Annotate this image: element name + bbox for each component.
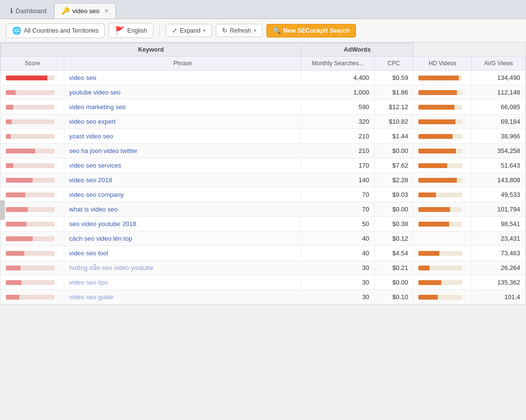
phrase-link[interactable]: video seo expert — [69, 118, 115, 125]
expand-button[interactable]: ⤢ Expand ▾ — [166, 24, 211, 37]
col-avgviews[interactable]: AVG Views — [472, 57, 526, 71]
table-row[interactable]: video seo 2018140$2.28 143,808 — [1, 173, 526, 188]
cell-hd-videos — [413, 115, 472, 129]
expand-icon: ⤢ — [172, 27, 177, 34]
language-selector[interactable]: 🚩 English — [109, 23, 153, 38]
phrase-link[interactable]: video seo tips — [69, 279, 108, 286]
monthly-value: 210 — [358, 133, 369, 140]
table-row[interactable]: video seo tips30$0.00 135,362 — [1, 275, 526, 290]
cell-monthly: 40 — [301, 231, 375, 246]
hd-bar-fill — [418, 178, 457, 183]
country-selector[interactable]: 🌐 All Countries and Territories — [6, 23, 105, 38]
new-search-button[interactable]: 🔍 New SECockpit Search — [266, 24, 357, 38]
phrase-link[interactable]: video seo company — [69, 191, 124, 198]
phrase-link[interactable]: video seo — [69, 74, 96, 81]
cell-monthly: 30 — [301, 275, 375, 290]
phrase-link[interactable]: youtube video seo — [69, 89, 121, 96]
phrase-link[interactable]: cách seo video lên top — [69, 235, 132, 242]
col-monthly[interactable]: Monthly Searches... — [301, 57, 375, 71]
cell-cpc: $0.00 — [375, 275, 413, 290]
phrase-link[interactable]: video marketing seo — [69, 103, 126, 111]
table-row[interactable]: hướng dẫn seo video youtube30$0.21 26,26… — [1, 261, 526, 275]
hd-bar-bg — [418, 105, 462, 110]
phrase-link[interactable]: video seo tool — [69, 249, 108, 257]
score-bar-fill — [6, 222, 26, 227]
key-icon: 🔑 — [61, 7, 70, 15]
cell-phrase: cách seo video lên top — [64, 231, 301, 246]
cell-cpc: $10.82 — [375, 115, 413, 129]
cell-avg-views: 73,463 — [472, 246, 526, 261]
cell-phrase: youtube video seo — [64, 85, 301, 100]
score-bar-fill — [6, 90, 16, 95]
language-label: English — [127, 27, 147, 34]
cell-cpc: $1.86 — [375, 85, 413, 100]
phrase-link[interactable]: video seo guide — [69, 293, 113, 301]
col-hdvideos[interactable]: HD Videos — [413, 57, 472, 71]
phrase-link[interactable]: hướng dẫn seo video youtube — [69, 264, 153, 271]
hd-bar-fill — [418, 149, 456, 153]
phrase-link[interactable]: seo video youtube 2018 — [69, 220, 136, 228]
refresh-button[interactable]: ↻ Refresh ▾ — [216, 24, 263, 37]
cell-monthly: 170 — [301, 158, 375, 173]
separator-1 — [159, 25, 160, 37]
hd-bar — [418, 89, 467, 96]
avg-views-value: 135,362 — [497, 279, 520, 286]
cell-avg-views: 101,794 — [472, 202, 526, 217]
hd-bar-bg — [418, 280, 462, 285]
table-row[interactable]: youtube video seo1,000$1.86 112,148 — [1, 85, 526, 100]
tab-close-button[interactable]: ✕ — [104, 8, 109, 14]
hd-bar-bg — [418, 266, 462, 270]
tab-video-seo[interactable]: 🔑 video seo ✕ — [54, 3, 116, 19]
cell-avg-views: 51,643 — [472, 158, 526, 173]
score-bar-bg — [6, 90, 55, 95]
table-row[interactable]: video seo services170$7.62 51,643 — [1, 158, 526, 173]
hd-bar-fill — [418, 76, 459, 80]
avg-views-value: 101,794 — [497, 206, 520, 213]
table-row[interactable]: video seo guide30$0.10 101,4 — [1, 290, 526, 305]
cpc-value: $0.00 — [392, 147, 408, 154]
table-row[interactable]: cách seo video lên top40$0.1223,431 — [1, 231, 526, 246]
cpc-value: $0.00 — [392, 206, 408, 213]
cell-hd-videos — [413, 71, 472, 85]
avg-views-value: 23,431 — [501, 235, 520, 242]
cell-hd-videos — [413, 290, 472, 305]
hd-bar-fill — [418, 119, 455, 124]
phrase-link[interactable]: yoast video seo — [69, 133, 113, 140]
score-bar-fill — [6, 192, 25, 197]
table-row[interactable]: video marketing seo590$12.12 66,085 — [1, 100, 526, 115]
cell-cpc: $4.54 — [375, 246, 413, 261]
cell-hd-videos — [413, 231, 472, 246]
score-bar-bg — [6, 76, 55, 80]
cell-phrase: yoast video seo — [64, 129, 301, 144]
tab-dashboard[interactable]: ℹ Dashboard — [3, 3, 54, 19]
score-bar-bg — [6, 266, 55, 270]
hd-bar-bg — [418, 90, 462, 95]
cell-avg-views: 135,362 — [472, 275, 526, 290]
table-row[interactable]: video seo expert320$10.82 69,184 — [1, 115, 526, 129]
table-row[interactable]: video seo company70$9.03 49,533 — [1, 188, 526, 202]
cell-avg-views: 26,264 — [472, 261, 526, 275]
phrase-link[interactable]: video seo services — [69, 162, 121, 169]
table-row[interactable]: video seo tool40$4.54 73,463 — [1, 246, 526, 261]
table-row[interactable]: yoast video seo210$1.44 38,966 — [1, 129, 526, 144]
phrase-link[interactable]: seo ha joon video twitter — [69, 147, 137, 154]
col-cpc[interactable]: CPC — [375, 57, 413, 71]
col-phrase[interactable]: Phrase — [64, 57, 301, 71]
cell-score — [1, 202, 64, 217]
score-bar — [6, 191, 55, 198]
table-row[interactable]: seo ha joon video twitter210$0.00 354,25… — [1, 144, 526, 158]
phrase-link[interactable]: what is video seo — [69, 206, 118, 213]
score-bar-bg — [6, 178, 55, 183]
col-score[interactable]: Score — [1, 57, 64, 71]
left-edge-tab[interactable] — [0, 200, 5, 220]
cell-monthly: 30 — [301, 290, 375, 305]
table-row[interactable]: video seo4,400$0.59 134,490 — [1, 71, 526, 85]
cell-phrase: hướng dẫn seo video youtube — [64, 261, 301, 275]
tab-dashboard-label: Dashboard — [16, 7, 47, 15]
score-bar — [6, 235, 55, 242]
table-row[interactable]: what is video seo70$0.00 101,794 — [1, 202, 526, 217]
table-row[interactable]: seo video youtube 201850$0.38 98,541 — [1, 217, 526, 231]
cell-avg-views: 69,184 — [472, 115, 526, 129]
cpc-value: $9.03 — [392, 191, 408, 198]
phrase-link[interactable]: video seo 2018 — [69, 176, 112, 184]
